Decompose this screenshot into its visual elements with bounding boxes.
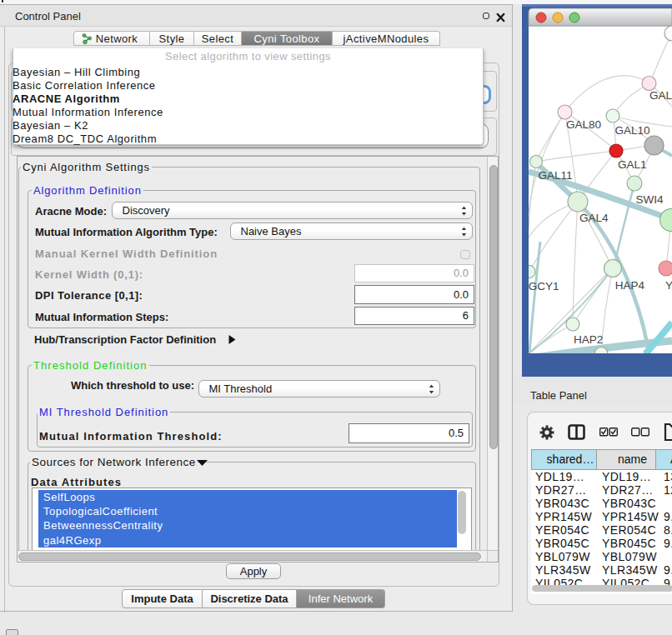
svg-text:GAL11: GAL11 <box>539 169 573 182</box>
svg-text:Y: Y <box>665 279 672 292</box>
svg-text:GAL80: GAL80 <box>566 118 601 131</box>
svg-text:GAL10: GAL10 <box>615 124 650 137</box>
svg-text:GCY1: GCY1 <box>529 280 559 292</box>
svg-text:GAL4: GAL4 <box>579 212 609 224</box>
svg-text:HAP4: HAP4 <box>615 279 645 292</box>
svg-text:HAP2: HAP2 <box>574 333 603 346</box>
svg-text:GAL2: GAL2 <box>649 89 672 102</box>
svg-text:GAL1: GAL1 <box>618 158 647 171</box>
svg-text:SWI4: SWI4 <box>636 193 664 206</box>
